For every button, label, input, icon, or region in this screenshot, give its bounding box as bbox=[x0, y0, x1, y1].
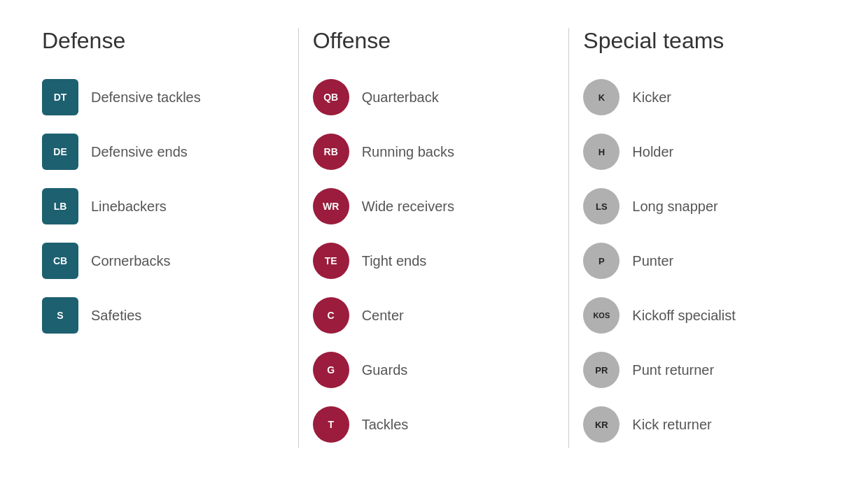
label-dt: Defensive tackles bbox=[91, 90, 201, 106]
badge-ls: LS bbox=[583, 188, 620, 224]
position-item: CBCornerbacks bbox=[42, 237, 285, 285]
position-item: RBRunning backs bbox=[313, 128, 556, 176]
position-item: KOSKickoff specialist bbox=[583, 292, 826, 339]
offense-title: Offense bbox=[313, 28, 556, 54]
label-g: Guards bbox=[362, 362, 408, 378]
special_teams-list: KKickerHHolderLSLong snapperPPunterKOSKi… bbox=[583, 73, 826, 448]
badge-s: S bbox=[42, 297, 78, 334]
label-wr: Wide receivers bbox=[362, 199, 454, 215]
badge-lb: LB bbox=[42, 188, 78, 224]
label-s: Safeties bbox=[91, 308, 141, 324]
badge-dt: DT bbox=[42, 79, 78, 115]
badge-cb: CB bbox=[42, 243, 78, 279]
defense-list: DTDefensive tacklesDEDefensive endsLBLin… bbox=[42, 73, 285, 339]
badge-k: K bbox=[583, 79, 620, 115]
position-item: DEDefensive ends bbox=[42, 128, 285, 176]
badge-h: H bbox=[583, 134, 620, 170]
position-item: HHolder bbox=[583, 128, 826, 176]
position-item: CCenter bbox=[313, 292, 556, 339]
label-rb: Running backs bbox=[362, 144, 454, 160]
label-te: Tight ends bbox=[362, 253, 427, 269]
label-lb: Linebackers bbox=[91, 199, 167, 215]
position-item: KRKick returner bbox=[583, 401, 826, 448]
position-item: TETight ends bbox=[313, 237, 556, 285]
position-item: GGuards bbox=[313, 346, 556, 394]
column-special_teams: Special teamsKKickerHHolderLSLong snappe… bbox=[569, 28, 840, 448]
label-ls: Long snapper bbox=[632, 199, 718, 215]
badge-g: G bbox=[313, 352, 349, 388]
label-c: Center bbox=[362, 308, 404, 324]
badge-de: DE bbox=[42, 134, 78, 170]
columns-container: DefenseDTDefensive tacklesDEDefensive en… bbox=[28, 28, 840, 448]
badge-rb: RB bbox=[313, 134, 349, 170]
position-item: QBQuarterback bbox=[313, 73, 556, 121]
position-item: DTDefensive tackles bbox=[42, 73, 285, 121]
label-cb: Cornerbacks bbox=[91, 253, 170, 269]
label-pr: Punt returner bbox=[632, 362, 714, 378]
position-item: PPunter bbox=[583, 237, 826, 285]
label-p: Punter bbox=[632, 253, 673, 269]
label-qb: Quarterback bbox=[362, 90, 439, 106]
offense-list: QBQuarterbackRBRunning backsWRWide recei… bbox=[313, 73, 556, 448]
badge-qb: QB bbox=[313, 79, 349, 115]
position-item: SSafeties bbox=[42, 292, 285, 339]
special_teams-title: Special teams bbox=[583, 28, 826, 54]
badge-wr: WR bbox=[313, 188, 349, 224]
label-kr: Kick returner bbox=[632, 417, 711, 433]
label-t: Tackles bbox=[362, 417, 409, 433]
column-offense: OffenseQBQuarterbackRBRunning backsWRWid… bbox=[299, 28, 570, 448]
badge-t: T bbox=[313, 406, 349, 443]
badge-pr: PR bbox=[583, 352, 620, 388]
badge-c: C bbox=[313, 297, 349, 334]
label-de: Defensive ends bbox=[91, 144, 188, 160]
label-h: Holder bbox=[632, 144, 673, 160]
badge-kos: KOS bbox=[583, 297, 620, 334]
column-defense: DefenseDTDefensive tacklesDEDefensive en… bbox=[28, 28, 299, 448]
label-kos: Kickoff specialist bbox=[632, 308, 735, 324]
position-item: KKicker bbox=[583, 73, 826, 121]
label-k: Kicker bbox=[632, 90, 671, 106]
defense-title: Defense bbox=[42, 28, 285, 54]
position-item: LSLong snapper bbox=[583, 183, 826, 230]
position-item: TTackles bbox=[313, 401, 556, 448]
position-item: PRPunt returner bbox=[583, 346, 826, 394]
position-item: LBLinebackers bbox=[42, 183, 285, 230]
badge-te: TE bbox=[313, 243, 349, 279]
badge-kr: KR bbox=[583, 406, 620, 443]
badge-p: P bbox=[583, 243, 620, 279]
position-item: WRWide receivers bbox=[313, 183, 556, 230]
